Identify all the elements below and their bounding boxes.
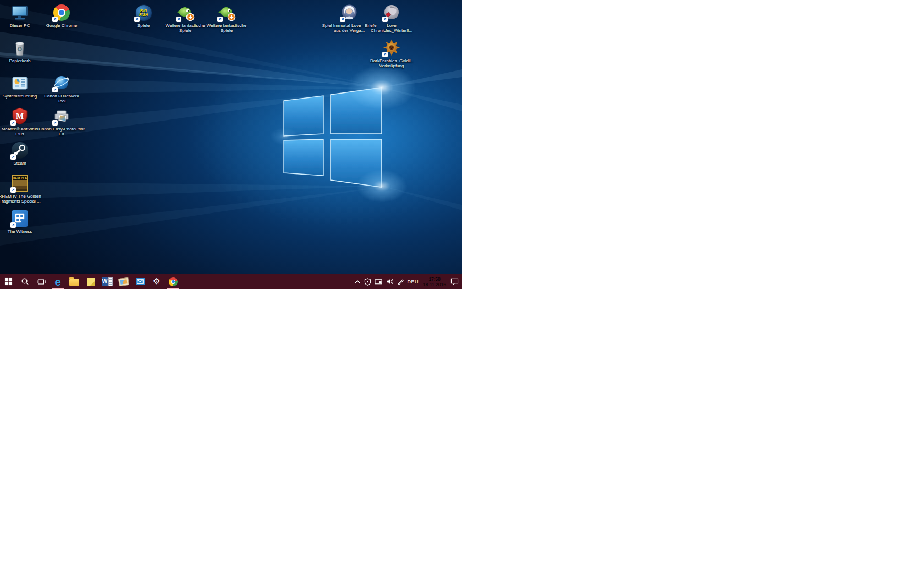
icon-label: Weitere fantastische Spiele xyxy=(202,23,251,33)
icon-label: RHEM IV The Golden Fragments Special ... xyxy=(0,194,43,204)
desktop-icon-rhem-iv[interactable]: RHEM IV SE RHEM IV The Golden Fragments … xyxy=(0,174,43,204)
chrome-icon xyxy=(52,3,71,22)
word-button[interactable]: W xyxy=(99,274,116,289)
desktop-icon-weitere-spiele-2[interactable]: Weitere fantastische Spiele xyxy=(202,3,251,33)
shield-icon xyxy=(364,278,371,286)
icon-label: Canon Easy-PhotoPrint EX xyxy=(38,127,85,137)
photos-button[interactable] xyxy=(116,274,132,289)
icon-label: Dieser PC xyxy=(0,23,43,28)
gear-icon: ⚙ xyxy=(153,277,160,286)
chevron-up-icon xyxy=(354,279,361,285)
windows-desktop[interactable]: Dieser PC Google Chrome ♻ Papierkorb xyxy=(0,0,462,289)
pen-tray-button[interactable] xyxy=(395,274,406,289)
icon-label: McAfee® AntiVirus Plus xyxy=(0,127,43,137)
shortcut-arrow-icon xyxy=(10,120,16,126)
photos-icon xyxy=(118,277,129,286)
desktop-icon-control-panel[interactable]: Systemsteuerung xyxy=(0,74,43,99)
icon-label: Steam xyxy=(0,161,43,166)
shortcut-arrow-icon xyxy=(217,17,223,22)
clock-time: 17:58 xyxy=(423,276,446,282)
search-icon xyxy=(21,277,29,286)
chrome-icon xyxy=(169,277,178,286)
shortcut-arrow-icon xyxy=(134,17,140,22)
control-panel-icon xyxy=(10,74,29,92)
icon-label: Systemsteuerung xyxy=(0,94,43,99)
taskbar: e W ⚙ xyxy=(0,274,462,289)
running-indicator xyxy=(52,288,64,289)
icon-label: Love Chronicles_Winterfl... xyxy=(369,23,415,33)
shortcut-arrow-icon xyxy=(10,222,16,228)
desktop-icon-the-witness[interactable]: The Witness xyxy=(0,209,43,234)
shortcut-arrow-icon xyxy=(52,120,58,126)
shortcut-arrow-icon xyxy=(382,52,388,57)
icon-label: The Witness xyxy=(0,229,43,234)
second-screen-tray-button[interactable] xyxy=(373,274,384,289)
settings-button[interactable]: ⚙ xyxy=(148,274,165,289)
action-center-icon xyxy=(450,278,459,285)
desktop-icon-recycle-bin[interactable]: ♻ Papierkorb xyxy=(0,39,43,63)
word-icon: W xyxy=(102,277,113,286)
start-button[interactable] xyxy=(0,274,16,289)
sticky-notes-button[interactable] xyxy=(82,274,99,289)
shortcut-arrow-icon xyxy=(52,87,58,92)
windows-logo-icon xyxy=(4,277,13,286)
search-button[interactable] xyxy=(16,274,33,289)
volume-tray-button[interactable] xyxy=(384,274,395,289)
pen-icon xyxy=(397,278,404,285)
shortcut-arrow-icon xyxy=(382,17,388,22)
hidden-icons-button[interactable] xyxy=(353,274,362,289)
immortal-love-portrait-icon xyxy=(340,3,359,22)
icon-label: Spiele xyxy=(120,23,167,28)
mail-button[interactable] xyxy=(132,274,148,289)
network-globe-icon xyxy=(52,74,71,92)
love-chronicles-face-icon xyxy=(382,3,401,22)
desktop-icon-mcafee[interactable]: M McAfee® AntiVirus Plus xyxy=(0,107,43,137)
desktop-icon-canon-ij-network-tool[interactable]: Canon IJ Network Tool xyxy=(42,74,81,103)
running-indicator xyxy=(167,288,179,289)
language-indicator[interactable]: DEU xyxy=(406,274,421,289)
icon-label: Papierkorb xyxy=(0,58,43,63)
fish-plus-icon xyxy=(176,3,195,22)
desktop-icon-steam[interactable]: Steam xyxy=(0,141,43,166)
svg-text:M: M xyxy=(16,112,24,121)
chrome-button[interactable] xyxy=(165,274,182,289)
action-center-button[interactable] xyxy=(449,274,460,289)
speaker-icon xyxy=(386,278,394,285)
recycle-bin-icon: ♻ xyxy=(10,39,29,57)
golden-sun-icon xyxy=(382,39,401,57)
folder-icon xyxy=(69,279,79,286)
steam-icon xyxy=(10,141,29,160)
witness-grid-icon xyxy=(10,209,29,228)
big-fish-games-icon: BIGFISH xyxy=(134,3,153,22)
desktop-icon-canon-easy-photoprint[interactable]: Canon Easy-PhotoPrint EX xyxy=(38,107,85,137)
file-explorer-button[interactable] xyxy=(66,274,82,289)
desktop-icon-dark-parables[interactable]: DarkParables_Goldil.. Verknüpfung xyxy=(369,39,415,68)
clock-date: 18.11.2016 xyxy=(423,282,446,287)
clock[interactable]: 17:58 18.11.2016 xyxy=(420,276,449,287)
desktop-icon-love-chronicles[interactable]: Love Chronicles_Winterfl... xyxy=(369,3,415,33)
icon-label: Google Chrome xyxy=(42,23,81,28)
fish-plus-icon xyxy=(217,3,236,22)
edge-button[interactable]: e xyxy=(50,274,66,289)
shortcut-arrow-icon xyxy=(10,154,16,160)
desktop-icon-google-chrome[interactable]: Google Chrome xyxy=(42,3,81,28)
system-tray: DEU 17:58 18.11.2016 xyxy=(353,274,462,289)
shortcut-arrow-icon xyxy=(10,187,16,193)
security-tray-button[interactable] xyxy=(362,274,373,289)
task-view-button[interactable] xyxy=(33,274,50,289)
shortcut-arrow-icon xyxy=(340,17,345,22)
second-screen-icon xyxy=(375,279,383,285)
shortcut-arrow-icon xyxy=(52,17,58,22)
shortcut-arrow-icon xyxy=(176,17,182,22)
mcafee-shield-icon: M xyxy=(10,107,29,126)
this-pc-icon xyxy=(10,3,29,22)
desktop-icon-this-pc[interactable]: Dieser PC xyxy=(0,3,43,28)
icon-label: DarkParables_Goldil.. Verknüpfung xyxy=(369,58,415,68)
mail-icon xyxy=(136,278,145,285)
svg-text:♻: ♻ xyxy=(17,46,23,52)
edge-icon: e xyxy=(54,276,61,287)
desktop-icon-big-fish-spiele[interactable]: BIGFISH Spiele xyxy=(120,3,167,28)
sticky-note-icon xyxy=(87,278,95,286)
rhem-game-icon: RHEM IV SE xyxy=(10,174,29,193)
printer-icon xyxy=(52,107,71,126)
